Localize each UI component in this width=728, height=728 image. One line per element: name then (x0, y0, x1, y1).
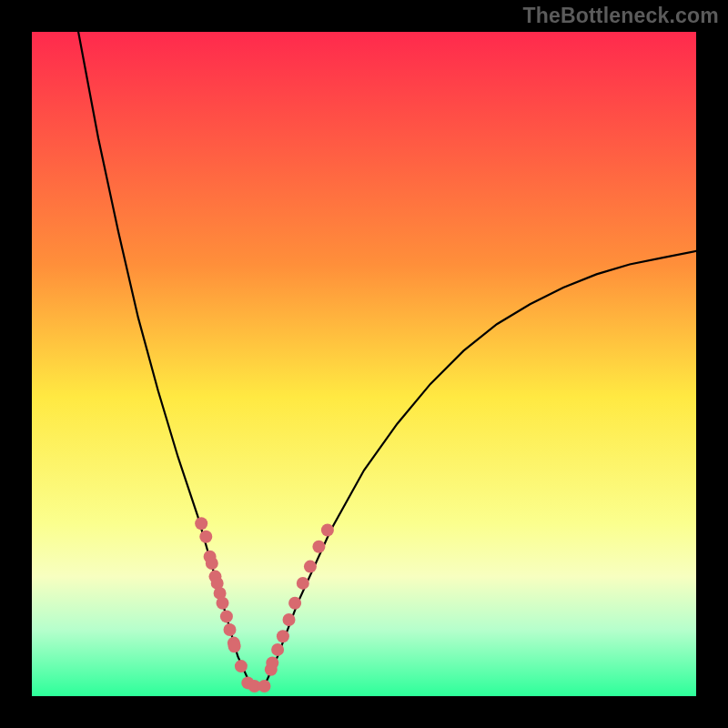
data-point (277, 630, 289, 642)
data-point (266, 657, 278, 670)
data-point (199, 531, 212, 543)
data-point (321, 524, 334, 537)
data-point (195, 517, 207, 530)
data-point (283, 613, 296, 626)
data-point (288, 597, 301, 610)
data-point (297, 577, 309, 590)
data-point (228, 640, 241, 652)
data-point (304, 561, 317, 573)
data-point (220, 610, 233, 622)
bottleneck-curve-plot (0, 0, 728, 728)
data-point (224, 623, 237, 636)
data-point (271, 643, 284, 656)
data-point (235, 660, 248, 672)
data-point (312, 541, 325, 553)
chart-container: TheBottleneck.com (0, 0, 728, 728)
plot-background (32, 32, 696, 696)
data-point (217, 597, 229, 610)
data-point (206, 557, 218, 570)
data-point (258, 680, 271, 693)
